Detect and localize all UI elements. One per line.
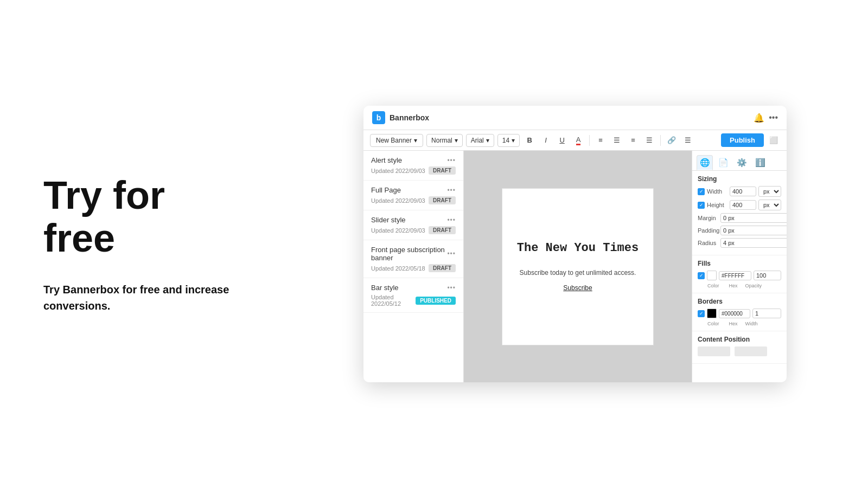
hero-title: Try for free — [43, 174, 239, 260]
item-date: Updated 2022/09/03 — [371, 227, 425, 234]
fills-opacity-input[interactable] — [754, 271, 781, 280]
sidebar-item-slider-style[interactable]: Slider style ••• Updated 2022/09/03 DRAF… — [363, 210, 463, 240]
more-icon[interactable]: ••• — [447, 187, 456, 194]
borders-color-swatch[interactable] — [707, 309, 717, 318]
fills-title: Fills — [698, 260, 781, 267]
title-bar: b Bannerbox 🔔 ••• — [363, 106, 787, 130]
sidebar-item-full-page[interactable]: Full Page ••• Updated 2022/09/03 DRAFT — [363, 181, 463, 210]
more-icon[interactable]: ••• — [447, 157, 456, 164]
save-icon[interactable]: 🔔 — [754, 113, 764, 123]
left-section: Try for free Try Bannerbox for free and … — [0, 142, 282, 346]
chevron-down-icon: ▾ — [414, 137, 417, 144]
borders-color-label: Color — [707, 321, 719, 326]
color-button[interactable]: A — [572, 134, 585, 147]
banner-subtitle: Subscribe today to get unlimited access. — [520, 269, 636, 277]
app-name: Bannerbox — [390, 113, 749, 122]
height-row: Height px — [698, 200, 781, 210]
position-left[interactable] — [698, 346, 730, 356]
sidebar-item-name: Front page subscription banner — [371, 246, 447, 262]
more-icon[interactable]: ••• — [447, 216, 456, 224]
right-section: b Bannerbox 🔔 ••• New Banner ▾ Normal ▾ … — [282, 84, 868, 404]
padding-input[interactable] — [720, 226, 787, 235]
borders-hex-input[interactable] — [719, 309, 750, 318]
fills-section: Fills Color Hex Opacity — [692, 255, 787, 293]
item-date: Updated 2022/05/12 — [371, 294, 416, 307]
canvas-area: The New You Times Subscribe today to get… — [464, 151, 692, 382]
margin-row: Margin › — [698, 213, 781, 223]
height-input[interactable] — [730, 200, 756, 210]
width-checkbox[interactable] — [698, 188, 705, 195]
publish-button[interactable]: Publish — [721, 133, 764, 147]
font-select[interactable]: Arial ▾ — [466, 134, 494, 147]
more-icon[interactable]: ••• — [447, 250, 456, 258]
width-unit-select[interactable]: px — [758, 186, 781, 197]
banner-preview: The New You Times Subscribe today to get… — [502, 188, 654, 345]
chevron-down-icon: ▾ — [486, 137, 489, 144]
padding-label: Padding — [698, 227, 718, 234]
fills-color-swatch[interactable] — [707, 271, 717, 280]
draft-badge: DRAFT — [429, 166, 456, 175]
panel-tab-layers[interactable]: 🌐 — [697, 155, 713, 170]
sidebar-item-bar-style[interactable]: Bar style ••• Updated 2022/05/12 PUBLISH… — [363, 278, 463, 313]
app-logo: b — [372, 111, 385, 124]
new-banner-button[interactable]: New Banner ▾ — [370, 134, 423, 147]
item-date: Updated 2022/09/03 — [371, 168, 425, 174]
align-left-button[interactable]: ≡ — [594, 134, 607, 147]
more-icon[interactable]: ••• — [769, 113, 778, 123]
align-center-button[interactable]: ☰ — [610, 134, 623, 147]
preview-icon[interactable]: ⬜ — [767, 134, 780, 147]
panel-tab-settings[interactable]: ⚙️ — [733, 155, 750, 170]
underline-button[interactable]: U — [556, 134, 569, 147]
sizing-section: Sizing Width px Height — [692, 171, 787, 255]
more-icon[interactable]: ••• — [447, 284, 456, 292]
content-position-section: Content Position — [692, 331, 787, 364]
width-label: Width — [707, 188, 727, 195]
panel-tabs: 🌐 📄 ⚙️ ℹ️ — [692, 151, 787, 171]
banner-cta[interactable]: Subscribe — [563, 284, 592, 292]
height-checkbox[interactable] — [698, 202, 705, 209]
align-justify-button[interactable]: ☰ — [643, 134, 656, 147]
borders-checkbox[interactable] — [698, 310, 705, 317]
fills-hex-input[interactable] — [719, 271, 751, 280]
sidebar-item-name: Alert style — [371, 156, 402, 164]
sidebar-item-front-page[interactable]: Front page subscription banner ••• Updat… — [363, 240, 463, 278]
panel-tab-page[interactable]: 📄 — [715, 155, 731, 170]
borders-row — [698, 309, 781, 318]
panel-tab-info[interactable]: ℹ️ — [752, 155, 768, 170]
published-badge: PUBLISHED — [416, 297, 456, 305]
borders-width-input[interactable] — [752, 309, 781, 318]
height-unit-select[interactable]: px — [758, 200, 781, 210]
divider — [589, 135, 590, 146]
list-button[interactable]: ☰ — [681, 134, 694, 147]
radius-input[interactable] — [720, 238, 787, 248]
sidebar-item-alert-style[interactable]: Alert style ••• Updated 2022/09/03 DRAFT — [363, 151, 463, 181]
app-window: b Bannerbox 🔔 ••• New Banner ▾ Normal ▾ … — [363, 106, 787, 382]
width-row: Width px — [698, 186, 781, 197]
size-select[interactable]: 14 ▾ — [497, 134, 520, 147]
position-right[interactable] — [735, 346, 767, 356]
item-date: Updated 2022/05/18 — [371, 265, 425, 272]
margin-label: Margin — [698, 215, 718, 221]
chevron-down-icon: ▾ — [455, 137, 458, 144]
bold-button[interactable]: B — [523, 134, 536, 147]
fills-row — [698, 271, 781, 280]
italic-button[interactable]: I — [539, 134, 552, 147]
content-position-title: Content Position — [698, 336, 781, 343]
banner-headline: The New You Times — [517, 241, 639, 255]
draft-badge: DRAFT — [429, 196, 456, 204]
toolbar-right-icons: ⬜ — [767, 134, 780, 147]
link-button[interactable]: 🔗 — [665, 134, 678, 147]
sidebar: Alert style ••• Updated 2022/09/03 DRAFT… — [363, 151, 464, 382]
sidebar-item-name: Bar style — [371, 284, 399, 292]
style-select[interactable]: Normal ▾ — [426, 134, 463, 147]
width-input[interactable] — [730, 187, 756, 196]
right-panel: 🌐 📄 ⚙️ ℹ️ Sizing Width px — [692, 151, 787, 382]
main-content: Alert style ••• Updated 2022/09/03 DRAFT… — [363, 151, 787, 382]
borders-width-label: Width — [745, 321, 758, 326]
height-label: Height — [707, 202, 727, 208]
sidebar-item-name: Full Page — [371, 186, 401, 194]
margin-input[interactable] — [720, 213, 787, 223]
hero-subtitle: Try Bannerbox for free and increase conv… — [43, 281, 239, 314]
fills-checkbox[interactable] — [698, 272, 705, 279]
align-right-button[interactable]: ≡ — [627, 134, 640, 147]
